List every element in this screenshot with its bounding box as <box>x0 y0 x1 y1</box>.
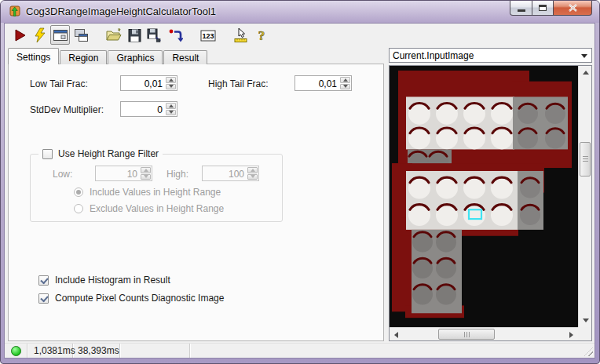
chevron-down-icon <box>169 111 174 114</box>
close-button[interactable] <box>554 1 592 16</box>
triangle-right-icon <box>569 332 573 338</box>
resize-grip[interactable] <box>584 348 593 356</box>
horizontal-scrollbar[interactable] <box>390 327 578 340</box>
low-tail-frac-spinner[interactable]: 0,01 <box>120 75 177 91</box>
calculator-button[interactable]: 123 <box>198 25 218 45</box>
spin-down-button[interactable] <box>340 84 350 90</box>
settings-page: Low Tail Frac: 0,01 High Tail Frac: 0,01… <box>8 64 384 341</box>
probe-icon <box>232 27 249 43</box>
spinner-buttons <box>140 166 152 180</box>
stddev-multiplier-label: StdDev Multiplier: <box>30 104 104 115</box>
range-image-view[interactable] <box>390 66 578 327</box>
include-values-radio-row: Include Values in Height Range <box>74 187 221 198</box>
spin-down-button <box>141 174 151 180</box>
stddev-multiplier-spinner[interactable]: 0 <box>120 101 177 117</box>
titlebar[interactable]: Cog3DRangeImageHeightCalculatorTool1 <box>1 1 599 23</box>
spin-up-button[interactable] <box>340 77 350 83</box>
include-values-label: Include Values in Height Range <box>90 187 221 198</box>
maximize-icon <box>539 5 547 11</box>
open-button[interactable] <box>104 25 123 45</box>
compute-pixel-counts-checkbox[interactable] <box>38 293 49 304</box>
include-values-radio <box>74 187 83 197</box>
scroll-down-button[interactable] <box>579 314 592 327</box>
height-range-filter-legend: Use Height Range Filter <box>38 148 163 159</box>
status-time2-panel: 38,393ms <box>73 344 120 358</box>
total-time: 38,393ms <box>78 345 119 356</box>
chevron-up-icon <box>343 78 348 82</box>
live-run-button[interactable] <box>30 25 49 45</box>
svg-text:123: 123 <box>202 32 214 40</box>
spinner-buttons <box>339 76 351 90</box>
minimize-button[interactable] <box>510 1 532 16</box>
spin-up-button <box>141 167 151 173</box>
status-empty-panel <box>120 344 190 358</box>
image-selector-value: Current.InputImage <box>393 50 474 61</box>
scroll-left-button[interactable] <box>390 328 403 341</box>
exclude-values-radio-row: Exclude Values in Height Range <box>74 203 224 214</box>
float-display-button[interactable] <box>71 25 90 45</box>
show-display-button[interactable] <box>50 25 70 45</box>
tab-strip: Settings Region Graphics Result <box>8 48 208 64</box>
high-tail-frac-label: High Tail Frac: <box>208 78 268 89</box>
include-histogram-row: Include Histogram in Result <box>38 275 170 286</box>
save-icon <box>126 27 142 43</box>
vertical-scroll-thumb[interactable] <box>580 142 591 177</box>
triangle-up-icon <box>583 71 589 75</box>
save-as-button[interactable] <box>145 25 164 45</box>
image-selector-combobox[interactable]: Current.InputImage <box>389 48 592 63</box>
scroll-up-button[interactable] <box>579 66 592 79</box>
probe-button[interactable] <box>231 25 251 45</box>
chevron-up-icon <box>144 169 148 172</box>
compute-pixel-counts-row: Compute Pixel Counts Diagnostic Image <box>38 293 224 304</box>
horizontal-scroll-thumb[interactable] <box>438 329 495 340</box>
tab-settings[interactable]: Settings <box>8 48 59 64</box>
close-icon <box>569 4 577 12</box>
use-height-range-filter-checkbox[interactable] <box>42 149 53 159</box>
include-histogram-label: Include Histogram in Result <box>55 275 170 286</box>
spin-up-button[interactable] <box>166 103 176 109</box>
low-tail-frac-value[interactable]: 0,01 <box>121 76 165 90</box>
reset-button[interactable] <box>165 25 185 45</box>
reset-icon <box>167 27 183 43</box>
chevron-up-icon <box>169 104 174 107</box>
calculator-icon: 123 <box>199 27 217 43</box>
stddev-multiplier-value[interactable]: 0 <box>121 102 165 116</box>
float-display-icon <box>73 27 89 43</box>
height-range-filter-group: Use Height Range Filter Low: 10 High: 10… <box>30 154 283 222</box>
tab-result[interactable]: Result <box>163 50 207 64</box>
chevron-down-icon <box>169 85 174 88</box>
help-button[interactable]: ? <box>251 25 271 45</box>
low-tail-frac-label: Low Tail Frac: <box>30 78 88 89</box>
run-button[interactable] <box>9 25 29 45</box>
spin-up-button <box>247 167 258 173</box>
tool-window: Cog3DRangeImageHeightCalculatorTool1 <box>0 0 600 364</box>
tab-graphics[interactable]: Graphics <box>108 50 163 64</box>
save-button[interactable] <box>124 25 144 45</box>
tab-label: Graphics <box>116 53 154 64</box>
spinner-buttons <box>165 102 177 116</box>
chevron-down-icon <box>581 54 587 58</box>
spin-up-button[interactable] <box>166 77 176 83</box>
status-light-panel <box>5 344 27 358</box>
high-tail-frac-spinner[interactable]: 0,01 <box>295 75 352 91</box>
minimize-icon <box>518 9 525 12</box>
statusbar: 1,0381ms 38,393ms <box>5 343 595 358</box>
status-time1-panel: 1,0381ms <box>27 344 73 358</box>
scroll-right-button[interactable] <box>565 328 578 341</box>
spin-down-button[interactable] <box>166 110 176 116</box>
low-spinner: 10 <box>95 166 152 181</box>
tab-region[interactable]: Region <box>60 50 107 64</box>
vertical-scrollbar[interactable] <box>578 66 591 327</box>
maximize-button[interactable] <box>532 1 554 16</box>
open-icon <box>105 27 122 43</box>
high-tail-frac-value[interactable]: 0,01 <box>295 76 339 90</box>
show-display-icon <box>53 27 68 43</box>
spin-down-button[interactable] <box>166 84 176 90</box>
exclude-values-label: Exclude Values in Height Range <box>90 203 224 214</box>
chevron-down-icon <box>144 175 148 178</box>
chevron-up-icon <box>169 78 174 82</box>
include-histogram-checkbox[interactable] <box>38 275 49 286</box>
spin-down-button <box>247 174 258 180</box>
toolbar: 123 ? <box>5 24 595 46</box>
run-icon <box>12 27 27 43</box>
